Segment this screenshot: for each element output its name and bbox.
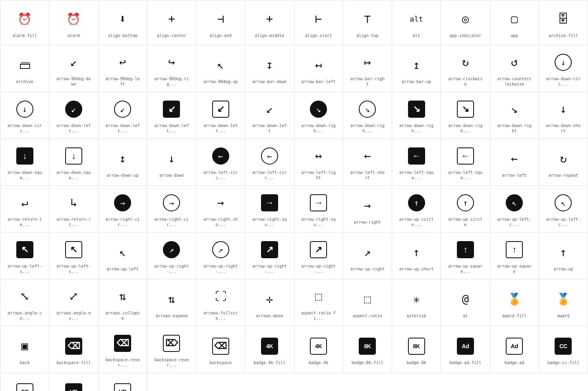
icon-cell-arrows-fullscre---[interactable]: ⛶arrows-fullscre... [196, 279, 245, 326]
icon-cell-arrow-down-circ---[interactable]: ↓arrow-down-circ... [539, 45, 588, 92]
icon-cell-badge-ad[interactable]: Adbadge-ad [490, 326, 539, 373]
icon-cell-arrow-left[interactable]: ←arrow-left [490, 139, 539, 186]
icon-cell-aspect-ratio-fi---[interactable]: ⬚aspect-ratio-fi... [294, 279, 343, 326]
icon-cell-archive[interactable]: 🗃archive [0, 45, 49, 92]
icon-cell-arrow-down-short[interactable]: ↓arrow-down-short [539, 92, 588, 139]
icon-cell-arrow-down-righ---[interactable]: ↘arrow-down-righ... [441, 92, 490, 139]
icon-cell-align-bottom[interactable]: ⬇align-bottom [99, 0, 147, 45]
icon-cell-arrow-90deg-up[interactable]: ↖arrow-90deg-up [196, 45, 245, 92]
icon-cell-arrow-right-sho---[interactable]: →arrow-right-sho... [196, 186, 245, 233]
icon-cell-arrow-repeat[interactable]: ↻arrow-repeat [539, 139, 588, 186]
icon-cell-arrow-left-squa---[interactable]: ←arrow-left-squa... [392, 139, 441, 186]
icon-cell-arrow-up-short[interactable]: ↑arrow-up-short [392, 233, 441, 279]
icon-cell-arrow-up-left-s---[interactable]: ↖arrow-up-left-s... [49, 233, 98, 279]
icon-cell-backspace-fill[interactable]: ⌫backspace-fill [49, 326, 98, 373]
icon-cell-align-middle[interactable]: +align-middle [245, 0, 294, 45]
icon-cell-arrow-down-squa---[interactable]: ↓arrow-down-squa... [0, 139, 49, 186]
icon-cell-back[interactable]: ▣back [0, 326, 49, 373]
icon-cell-badge-hd[interactable]: HDbadge-hd [99, 373, 147, 391]
icon-cell-arrow-up-right----[interactable]: ↗arrow-up-right-... [147, 233, 196, 279]
icon-cell-arrow-up-square[interactable]: ↑arrow-up-square [490, 233, 539, 279]
icon-cell-badge-cc-fill[interactable]: CCbadge-cc-fill [539, 326, 588, 373]
icon-cell-badge-8k-fill[interactable]: 8Kbadge-8k-fill [343, 326, 392, 373]
icon-cell-arrow-down-left[interactable]: ↙arrow-down-left [245, 92, 294, 139]
icon-cell-arrow-right-cir---[interactable]: →arrow-right-cir... [99, 186, 147, 233]
icon-cell-backspace-rever---[interactable]: ⌫backspace-rever... [99, 326, 147, 373]
icon-cell-arrows-move[interactable]: ✛arrows-move [245, 279, 294, 326]
icon-cell-arrow-up-left[interactable]: ↖arrow-up-left [99, 233, 147, 279]
icon-cell-arrow-return-le---[interactable]: ↵arrow-return-le... [0, 186, 49, 233]
icon-cell-arrow-right-squ---[interactable]: →arrow-right-squ... [294, 186, 343, 233]
icon-cell-arrow-down-up[interactable]: ↕arrow-down-up [99, 139, 147, 186]
icon-cell-award[interactable]: 🏅award [539, 279, 588, 326]
icon-cell-badge-4k-fill[interactable]: 4Kbadge-4k-fill [245, 326, 294, 373]
icon-cell-award-fill[interactable]: 🏅award-fill [490, 279, 539, 326]
icon-cell-arrow-90deg-left[interactable]: ↩arrow-90deg-left [99, 45, 147, 92]
icon-cell-alt[interactable]: altalt [392, 0, 441, 45]
icon-cell-alarm-fill[interactable]: ⏰alarm-fill [0, 0, 49, 45]
icon-cell-backspace-rever---[interactable]: ⌦backspace-rever... [147, 326, 196, 373]
icon-cell-arrow-down-righ---[interactable]: ↘arrow-down-righ... [294, 92, 343, 139]
icon-cell-arrow-left-squa---[interactable]: ←arrow-left-squa... [441, 139, 490, 186]
icon-cell-arrow-right-cir---[interactable]: →arrow-right-cir... [147, 186, 196, 233]
icon-cell-app-indicator[interactable]: ◎app-indicator [441, 0, 490, 45]
icon-cell-arrow-down[interactable]: ↓arrow-down [147, 139, 196, 186]
icon-cell-arrow-bar-left[interactable]: ↤arrow-bar-left [294, 45, 343, 92]
icon-cell-arrow-clockwise[interactable]: ↻arrow-clockwise [441, 45, 490, 92]
icon-cell-arrow-up-left-s---[interactable]: ↖arrow-up-left-s... [0, 233, 49, 279]
icon-cell-badge-ad-fill[interactable]: Adbadge-ad-fill [441, 326, 490, 373]
icon-cell-arrow-up-left-c---[interactable]: ↖arrow-up-left-c... [539, 186, 588, 233]
icon-cell-arrow-bar-down[interactable]: ↧arrow-bar-down [245, 45, 294, 92]
icon-cell-arrow-up-circle---[interactable]: ↑arrow-up-circle... [392, 186, 441, 233]
icon-cell-arrow-down-circ---[interactable]: ↓arrow-down-circ... [0, 92, 49, 139]
icon-cell-badge-cc[interactable]: CCbadge-cc [0, 373, 49, 391]
icon-cell-arrow-down-left---[interactable]: ↙arrow-down-left... [49, 92, 98, 139]
icon-symbol: ⌫ [63, 336, 84, 357]
icon-cell-arrow-down-left---[interactable]: ↙arrow-down-left... [196, 92, 245, 139]
icon-cell-align-end[interactable]: ⊣align-end [196, 0, 245, 45]
icon-cell-arrow-up-circle[interactable]: ↑arrow-up-circle [441, 186, 490, 233]
icon-cell-arrow-up[interactable]: ↑arrow-up [539, 233, 588, 279]
icon-cell-aspect-ratio[interactable]: ⬚aspect-ratio [343, 279, 392, 326]
icon-cell-arrows-expand[interactable]: ⇅arrows-expand [147, 279, 196, 326]
icon-cell-align-top[interactable]: ⊤align-top [343, 0, 392, 45]
icon-cell-arrow-up-left-c---[interactable]: ↖arrow-up-left-c... [490, 186, 539, 233]
icon-cell-arrow-return-ri---[interactable]: ↳arrow-return-ri... [49, 186, 98, 233]
icon-cell-arrow-up-right----[interactable]: ↗arrow-up-right-... [294, 233, 343, 279]
icon-cell-badge-hd-fill[interactable]: HDbadge-hd-fill [49, 373, 98, 391]
icon-cell-arrow-up-right----[interactable]: ↗arrow-up-right-... [245, 233, 294, 279]
icon-cell-badge-4k[interactable]: 4Kbadge-4k [294, 326, 343, 373]
icon-cell-arrow-down-righ---[interactable]: ↘arrow-down-righ... [392, 92, 441, 139]
icon-cell-arrow-down-righ---[interactable]: ↘arrow-down-righ... [343, 92, 392, 139]
icon-cell-archive-fill[interactable]: 🗄archive-fill [539, 0, 588, 45]
icon-cell-arrow-right[interactable]: →arrow-right [343, 186, 392, 233]
icon-cell-arrow-up-square---[interactable]: ↑arrow-up-square... [441, 233, 490, 279]
icon-cell-arrow-90deg-rig---[interactable]: ↪arrow-90deg-rig... [147, 45, 196, 92]
icon-cell-arrows-angle-ex---[interactable]: ⤢arrows-angle-ex... [49, 279, 98, 326]
icon-cell-arrow-down-squa---[interactable]: ↓arrow-down-squa... [49, 139, 98, 186]
icon-cell-arrows-angle-co---[interactable]: ⤡arrows-angle-co... [0, 279, 49, 326]
icon-cell-arrow-right-squ---[interactable]: →arrow-right-squ... [245, 186, 294, 233]
icon-cell-arrows-collapse[interactable]: ⇅arrows-collapse [99, 279, 147, 326]
icon-cell-alarm[interactable]: ⏰alarm [49, 0, 98, 45]
icon-cell-arrow-counterclockwise[interactable]: ↺arrow-counterclockwise [490, 45, 539, 92]
icon-cell-app[interactable]: ▢app [490, 0, 539, 45]
icon-cell-badge-8k[interactable]: 8Kbadge-8k [392, 326, 441, 373]
icon-cell-arrow-up-right[interactable]: ↗arrow-up-right [343, 233, 392, 279]
icon-cell-arrow-bar-right[interactable]: ↦arrow-bar-right [343, 45, 392, 92]
icon-cell-arrow-left-circ---[interactable]: ←arrow-left-circ... [245, 139, 294, 186]
icon-cell-backspace[interactable]: ⌫backspace [196, 326, 245, 373]
icon-cell-arrow-bar-up[interactable]: ↥arrow-bar-up [392, 45, 441, 92]
icon-cell-arrow-down-left---[interactable]: ↙arrow-down-left... [147, 92, 196, 139]
icon-cell-arrow-left-right[interactable]: ↔arrow-left-right [294, 139, 343, 186]
icon-cell-arrow-down-right[interactable]: ↘arrow-down-right [490, 92, 539, 139]
icon-cell-align-center[interactable]: +align-center [147, 0, 196, 45]
icon-cell-arrow-90deg-down[interactable]: ↙arrow-90deg-down [49, 45, 98, 92]
icon-cell-arrow-down-left---[interactable]: ↙arrow-down-left... [99, 92, 147, 139]
icon-cell-arrow-up-right----[interactable]: ↗arrow-up-right-... [196, 233, 245, 279]
icon-cell-asterisk[interactable]: ✳asterisk [392, 279, 441, 326]
icon-cell-arrow-left-circ---[interactable]: ←arrow-left-circ... [196, 139, 245, 186]
icon-cell-align-start[interactable]: ⊢align-start [294, 0, 343, 45]
icon-cell-at[interactable]: @at [441, 279, 490, 326]
icon-cell-arrow-left-short[interactable]: ←arrow-left-short [343, 139, 392, 186]
